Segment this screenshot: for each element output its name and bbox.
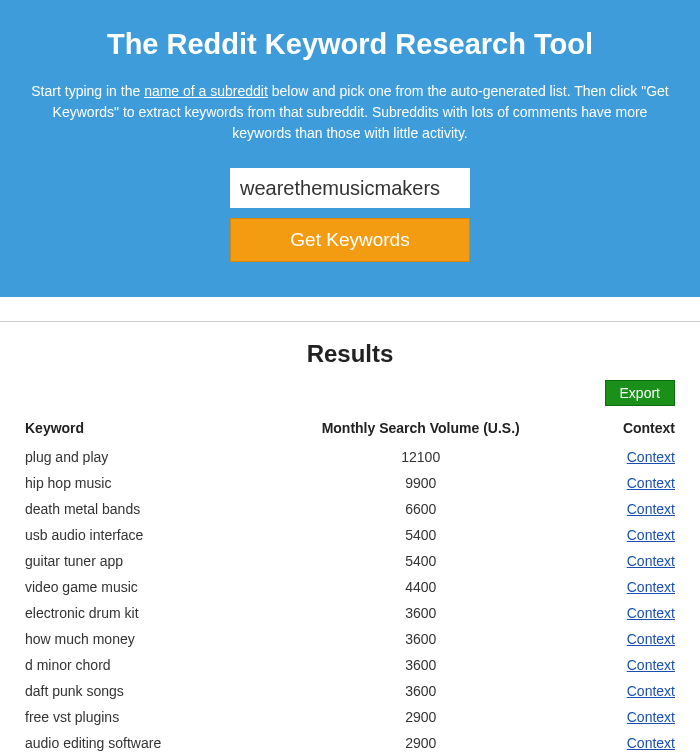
volume-cell: 2900 [254, 730, 587, 752]
table-row: free vst plugins2900Context [25, 704, 675, 730]
table-row: audio editing software2900Context [25, 730, 675, 752]
context-link[interactable]: Context [627, 605, 675, 621]
export-row: Export [25, 380, 675, 406]
context-link[interactable]: Context [627, 579, 675, 595]
context-link[interactable]: Context [627, 735, 675, 751]
results-heading: Results [25, 340, 675, 368]
export-button[interactable]: Export [605, 380, 675, 406]
col-volume: Monthly Search Volume (U.S.) [254, 414, 587, 444]
hero-section: The Reddit Keyword Research Tool Start t… [0, 0, 700, 297]
context-cell: Context [587, 600, 675, 626]
volume-cell: 4400 [254, 574, 587, 600]
context-cell: Context [587, 730, 675, 752]
keyword-cell: how much money [25, 626, 254, 652]
table-header-row: Keyword Monthly Search Volume (U.S.) Con… [25, 414, 675, 444]
keyword-cell: hip hop music [25, 470, 254, 496]
context-link[interactable]: Context [627, 501, 675, 517]
get-keywords-button[interactable]: Get Keywords [230, 218, 470, 262]
keyword-cell: usb audio interface [25, 522, 254, 548]
results-section: Results Export Keyword Monthly Search Vo… [0, 321, 700, 752]
subreddit-input[interactable] [230, 168, 470, 208]
keyword-cell: plug and play [25, 444, 254, 470]
volume-cell: 3600 [254, 626, 587, 652]
volume-cell: 9900 [254, 470, 587, 496]
keyword-cell: free vst plugins [25, 704, 254, 730]
context-cell: Context [587, 574, 675, 600]
context-cell: Context [587, 522, 675, 548]
context-cell: Context [587, 444, 675, 470]
volume-cell: 3600 [254, 652, 587, 678]
table-row: usb audio interface5400Context [25, 522, 675, 548]
context-cell: Context [587, 652, 675, 678]
results-table: Keyword Monthly Search Volume (U.S.) Con… [25, 414, 675, 752]
volume-cell: 2900 [254, 704, 587, 730]
col-context: Context [587, 414, 675, 444]
context-link[interactable]: Context [627, 449, 675, 465]
volume-cell: 3600 [254, 600, 587, 626]
table-row: electronic drum kit3600Context [25, 600, 675, 626]
subreddit-name-link[interactable]: name of a subreddit [144, 83, 268, 99]
keyword-cell: daft punk songs [25, 678, 254, 704]
volume-cell: 5400 [254, 522, 587, 548]
context-cell: Context [587, 704, 675, 730]
context-cell: Context [587, 678, 675, 704]
search-form: Get Keywords [25, 168, 675, 262]
context-cell: Context [587, 548, 675, 574]
keyword-cell: death metal bands [25, 496, 254, 522]
table-row: how much money3600Context [25, 626, 675, 652]
volume-cell: 12100 [254, 444, 587, 470]
volume-cell: 3600 [254, 678, 587, 704]
context-link[interactable]: Context [627, 527, 675, 543]
keyword-cell: video game music [25, 574, 254, 600]
keyword-cell: guitar tuner app [25, 548, 254, 574]
intro-before: Start typing in the [31, 83, 144, 99]
table-row: daft punk songs3600Context [25, 678, 675, 704]
page-title: The Reddit Keyword Research Tool [25, 28, 675, 61]
context-cell: Context [587, 470, 675, 496]
keyword-cell: audio editing software [25, 730, 254, 752]
context-cell: Context [587, 496, 675, 522]
context-link[interactable]: Context [627, 475, 675, 491]
context-link[interactable]: Context [627, 631, 675, 647]
context-link[interactable]: Context [627, 553, 675, 569]
context-link[interactable]: Context [627, 709, 675, 725]
volume-cell: 6600 [254, 496, 587, 522]
table-row: hip hop music9900Context [25, 470, 675, 496]
table-row: d minor chord3600Context [25, 652, 675, 678]
col-keyword: Keyword [25, 414, 254, 444]
table-row: guitar tuner app5400Context [25, 548, 675, 574]
keyword-cell: electronic drum kit [25, 600, 254, 626]
table-row: death metal bands6600Context [25, 496, 675, 522]
keyword-cell: d minor chord [25, 652, 254, 678]
table-row: plug and play12100Context [25, 444, 675, 470]
volume-cell: 5400 [254, 548, 587, 574]
intro-text: Start typing in the name of a subreddit … [30, 81, 670, 144]
table-row: video game music4400Context [25, 574, 675, 600]
context-link[interactable]: Context [627, 657, 675, 673]
context-link[interactable]: Context [627, 683, 675, 699]
context-cell: Context [587, 626, 675, 652]
